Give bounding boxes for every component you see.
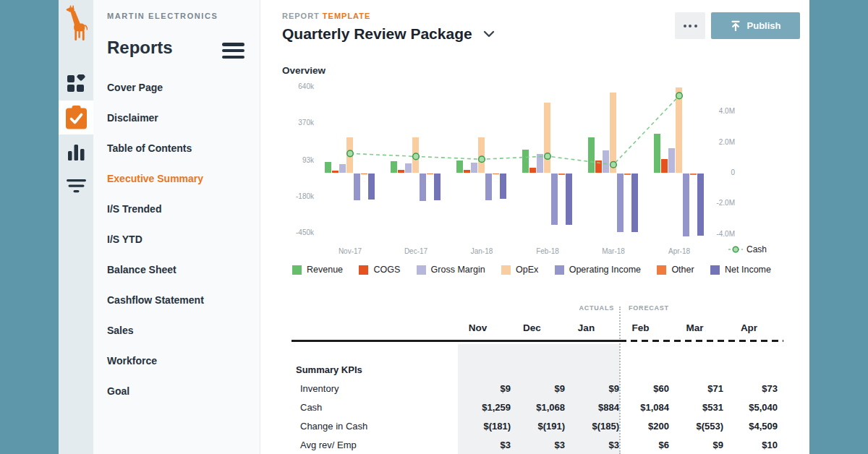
- bar-other-mar-18: [624, 174, 631, 175]
- bar-opex-nov-17: [346, 137, 353, 173]
- bar-other-apr-18: [690, 174, 697, 175]
- row-label: Inventory: [292, 383, 458, 394]
- cell-cash-apr: $5,040: [729, 402, 783, 413]
- rail-item-filter[interactable]: [59, 176, 93, 196]
- table-col-header-mar: Mar: [675, 322, 729, 333]
- legend-item-gross-margin: Gross Margin: [417, 265, 485, 275]
- page-title: Quarterly Review Package: [282, 25, 472, 43]
- ellipsis-icon: [684, 25, 686, 27]
- x-axis-label: Nov-17: [328, 247, 372, 255]
- rail-item-dashboard[interactable]: [59, 72, 93, 94]
- cell-inventory-nov: $9: [458, 383, 512, 394]
- sidebar-item-cashflow-statement[interactable]: Cashflow Statement: [93, 285, 260, 315]
- y-axis-tick-right: 2.0M: [687, 138, 735, 146]
- y-axis-tick-right: 4.0M: [687, 107, 735, 115]
- cash-legend: Cash: [728, 244, 767, 254]
- row-label: Change in Cash: [292, 421, 458, 432]
- cell-inventory-dec: $9: [512, 383, 566, 394]
- bar-operating-income-dec-17: [420, 174, 426, 201]
- cell-avg-rev-emp-dec: $3: [512, 440, 566, 450]
- rail-item-report-pages[interactable]: [59, 100, 93, 134]
- table-row-avg-rev-emp: Avg rev/ Emp$3$3$3$6$9$10: [292, 435, 783, 454]
- dashboard-grid-icon: [67, 74, 85, 93]
- bar-cogs-nov-17: [332, 171, 339, 173]
- legend-label: Gross Margin: [431, 265, 485, 275]
- sidebar-item-workforce[interactable]: Workforce: [93, 346, 260, 376]
- sidebar-item-i-s-trended[interactable]: I/S Trended: [93, 194, 260, 224]
- giraffe-logo-icon: [64, 4, 88, 42]
- legend-label: Revenue: [307, 265, 343, 275]
- bar-opex-mar-18: [610, 93, 616, 173]
- sidebar-item-table-of-contents[interactable]: Table of Contents: [93, 133, 260, 163]
- bar-net-income-feb-18: [566, 174, 572, 226]
- y-axis-tick-right: -2.0M: [687, 199, 735, 207]
- y-axis-tick-left: -450k: [282, 228, 314, 236]
- sidebar: MARTIN ELECTRONICS Reports Cover PageDis…: [93, 0, 260, 454]
- app-window: MARTIN ELECTRONICS Reports Cover PageDis…: [0, 0, 868, 454]
- cell-avg-rev-emp-feb: $6: [621, 440, 675, 450]
- cell-change-in-cash-jan: $(185): [566, 421, 621, 432]
- sidebar-item-sales[interactable]: Sales: [93, 315, 260, 346]
- bar-other-dec-17: [427, 174, 433, 175]
- table-section-row: Summary KPIs: [292, 360, 783, 379]
- bar-gross-margin-feb-18: [537, 154, 543, 173]
- cell-change-in-cash-apr: $4,509: [729, 421, 783, 432]
- bar-other-feb-18: [558, 174, 565, 175]
- legend-label: COGS: [373, 265, 400, 275]
- sidebar-item-disclaimer[interactable]: Disclaimer: [93, 103, 260, 133]
- y-axis-tick-left: 640k: [282, 82, 314, 90]
- legend-label: Net Income: [725, 265, 771, 275]
- sidebar-item-cover-page[interactable]: Cover Page: [93, 72, 260, 103]
- bar-net-income-apr-18: [697, 174, 704, 236]
- cell-change-in-cash-dec: $(191): [512, 421, 566, 432]
- bar-opex-dec-17: [412, 137, 419, 173]
- x-axis-label: Dec-17: [394, 247, 438, 255]
- eyebrow-report: REPORT: [282, 12, 320, 20]
- sidebar-item-balance-sheet[interactable]: Balance Sheet: [93, 254, 260, 285]
- legend-item-opex: OpEx: [501, 265, 538, 275]
- chart-legend: RevenueCOGSGross MarginOpExOperating Inc…: [292, 265, 771, 275]
- row-label: Cash: [292, 402, 458, 413]
- legend-swatch: [501, 265, 511, 275]
- sidebar-item-executive-summary[interactable]: Executive Summary: [93, 163, 260, 194]
- row-label: Avg rev/ Emp: [292, 440, 458, 450]
- report-eyebrow: REPORTTEMPLATE: [282, 12, 370, 20]
- legend-swatch: [555, 265, 564, 275]
- bar-cogs-feb-18: [529, 168, 536, 173]
- bar-revenue-dec-17: [391, 161, 397, 173]
- table-row-inventory: Inventory$9$9$9$60$71$73: [292, 379, 783, 398]
- hamburger-menu-icon[interactable]: [222, 43, 244, 59]
- cell-avg-rev-emp-mar: $9: [675, 440, 729, 450]
- main-panel: REPORTTEMPLATE Quarterly Review Package …: [260, 0, 809, 454]
- bar-cogs-apr-18: [661, 159, 668, 173]
- bar-revenue-jan-18: [456, 160, 463, 173]
- bar-operating-income-feb-18: [551, 174, 558, 226]
- bar-cogs-jan-18: [464, 170, 470, 173]
- rail-item-charts[interactable]: [59, 140, 93, 163]
- bar-revenue-feb-18: [522, 150, 529, 173]
- legend-swatch: [292, 265, 302, 275]
- cell-inventory-apr: $73: [729, 383, 783, 394]
- table-row-change-in-cash: Change in Cash$(181)$(191)$(185)$200$(55…: [292, 416, 783, 435]
- sidebar-item-goal[interactable]: Goal: [93, 376, 260, 406]
- legend-label: Operating Income: [569, 265, 641, 275]
- brand-logo-button[interactable]: [59, 3, 93, 43]
- bar-chart-icon: [68, 143, 85, 160]
- table-header-row: NovDecJanFebMarApr: [292, 320, 783, 335]
- bar-gross-margin-nov-17: [339, 164, 346, 173]
- more-options-button[interactable]: [675, 12, 705, 39]
- cell-cash-feb: $1,084: [621, 402, 675, 413]
- cell-inventory-jan: $9: [566, 383, 621, 394]
- filter-icon: [67, 179, 86, 193]
- table-col-header-feb: Feb: [621, 322, 675, 333]
- bar-cogs-mar-18: [595, 160, 602, 173]
- publish-button[interactable]: Publish: [711, 12, 800, 39]
- cell-inventory-mar: $71: [675, 383, 729, 394]
- title-dropdown-button[interactable]: [483, 30, 495, 38]
- chart-title: Overview: [282, 65, 326, 76]
- cell-avg-rev-emp-jan: $3: [566, 440, 621, 450]
- cell-inventory-feb: $60: [621, 383, 675, 394]
- sidebar-item-i-s-ytd[interactable]: I/S YTD: [93, 224, 260, 254]
- bar-other-jan-18: [493, 174, 499, 175]
- cell-avg-rev-emp-nov: $3: [458, 440, 512, 450]
